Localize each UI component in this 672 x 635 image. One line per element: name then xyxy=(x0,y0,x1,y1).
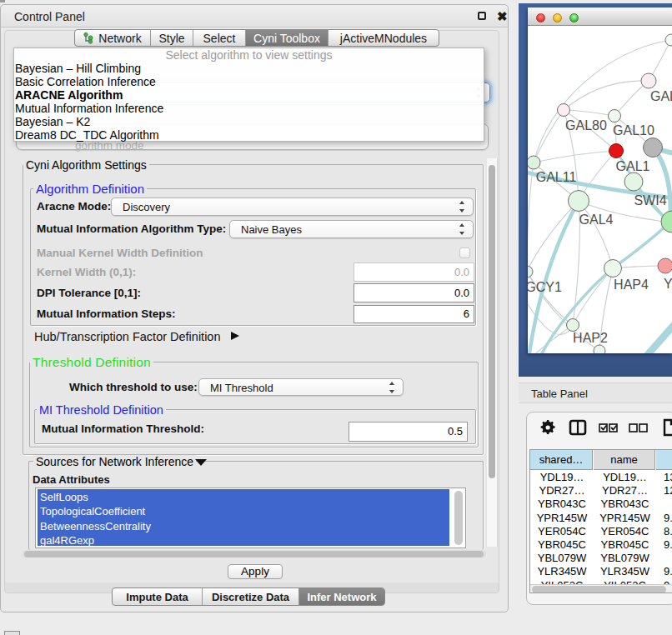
svg-text:GAL4: GAL4 xyxy=(579,212,614,227)
svg-text:GAL1: GAL1 xyxy=(616,159,650,173)
svg-text:GAL: GAL xyxy=(650,89,672,103)
svg-text:HAP2: HAP2 xyxy=(573,331,608,345)
svg-text:SWI4: SWI4 xyxy=(634,193,666,208)
svg-text:Y: Y xyxy=(664,277,672,291)
svg-text:GAL10: GAL10 xyxy=(613,123,654,138)
svg-text:GAL11: GAL11 xyxy=(536,170,577,184)
svg-text:GAL80: GAL80 xyxy=(565,118,607,132)
svg-text:GCY1: GCY1 xyxy=(528,280,562,294)
svg-text:HAP4: HAP4 xyxy=(614,278,649,292)
